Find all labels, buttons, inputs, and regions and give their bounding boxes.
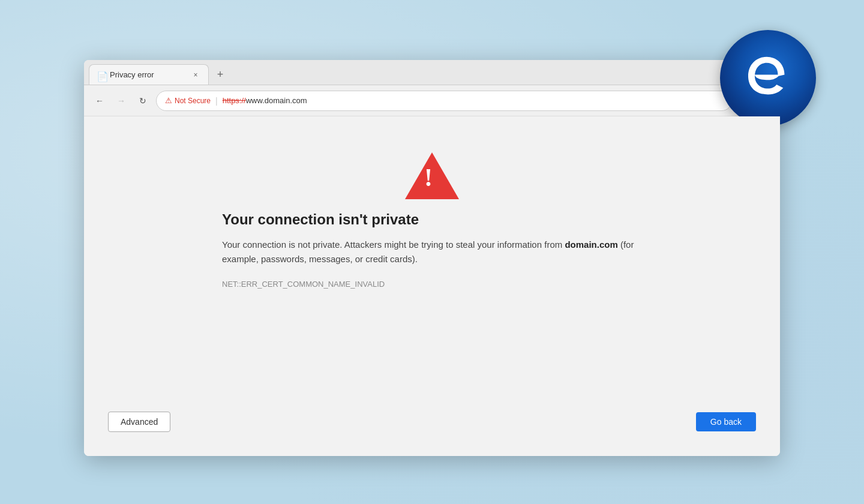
tab-page-icon: 📄 bbox=[97, 71, 105, 79]
not-secure-label: Not Secure bbox=[175, 97, 211, 105]
address-bar: ← → ↻ ⚠ Not Secure | https://www.domain.… bbox=[84, 85, 780, 116]
new-tab-button[interactable]: + bbox=[211, 65, 229, 83]
url-display: https://www.domain.com bbox=[223, 96, 307, 105]
page-content: Your connection isn't private Your conne… bbox=[84, 116, 780, 456]
advanced-button[interactable]: Advanced bbox=[108, 412, 170, 432]
page-footer: Advanced Go back bbox=[84, 412, 780, 432]
domain-name: domain.com bbox=[565, 239, 617, 250]
tab-bar: 📄 Privacy error × + bbox=[84, 60, 780, 85]
browser-window: 📄 Privacy error × + ← → ↻ ⚠ Not Secure |… bbox=[84, 60, 780, 456]
active-tab[interactable]: 📄 Privacy error × bbox=[89, 64, 209, 85]
error-code: NET::ERR_CERT_COMMON_NAME_INVALID bbox=[222, 280, 385, 289]
description-prefix: Your connection is not private. Attacker… bbox=[222, 239, 565, 250]
edge-logo bbox=[720, 30, 816, 126]
go-back-button[interactable]: Go back bbox=[696, 412, 756, 431]
separator: | bbox=[215, 96, 218, 106]
tab-close-button[interactable]: × bbox=[190, 70, 201, 80]
back-button[interactable]: ← bbox=[91, 92, 108, 109]
warning-icon-wrap bbox=[405, 152, 459, 199]
warning-triangle-icon bbox=[405, 152, 459, 199]
forward-button[interactable]: → bbox=[113, 92, 130, 109]
error-container: Your connection isn't private Your conne… bbox=[222, 152, 642, 289]
error-heading: Your connection isn't private bbox=[222, 211, 419, 228]
url-rest: www.domain.com bbox=[246, 96, 307, 105]
tab-title: Privacy error bbox=[110, 70, 185, 79]
error-description: Your connection is not private. Attacker… bbox=[222, 238, 642, 266]
warning-icon: ⚠ bbox=[165, 96, 172, 105]
url-https: https:// bbox=[223, 96, 246, 105]
address-input[interactable]: ⚠ Not Secure | https://www.domain.com bbox=[156, 91, 732, 111]
not-secure-badge: ⚠ Not Secure bbox=[165, 96, 211, 105]
refresh-button[interactable]: ↻ bbox=[134, 92, 151, 109]
